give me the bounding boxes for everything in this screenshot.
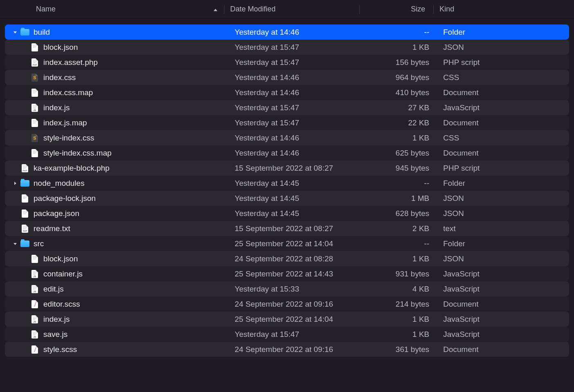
date-modified-cell: 25 September 2022 at 14:04: [229, 315, 364, 324]
date-modified-cell: Yesterday at 15:47: [229, 43, 364, 52]
folder-row[interactable]: buildYesterday at 14:46--Folder: [5, 24, 569, 40]
document-file-icon: [31, 119, 38, 127]
file-row[interactable]: ʃeditor.scss24 September 2022 at 09:1621…: [5, 296, 569, 312]
js-file-icon: JS: [31, 104, 38, 112]
file-name: index.js: [43, 103, 70, 112]
file-icon-wrapper: S: [30, 73, 39, 82]
file-row[interactable]: block.jsonYesterday at 15:471 KBJSON: [5, 40, 569, 55]
file-row[interactable]: PHPka-example-block.php15 September 2022…: [5, 160, 569, 176]
file-row[interactable]: package-lock.jsonYesterday at 14:451 MBJ…: [5, 191, 569, 206]
name-cell: src: [5, 239, 229, 248]
file-icon-wrapper: ʃ: [30, 345, 39, 354]
column-header-name[interactable]: Name: [36, 5, 224, 13]
column-header-date-label: Date Modified: [230, 5, 276, 13]
chevron-down-icon[interactable]: [11, 241, 19, 246]
folder-row[interactable]: node_modulesYesterday at 14:45--Folder: [5, 176, 569, 191]
size-cell: 410 bytes: [364, 88, 437, 97]
size-cell: 22 KB: [364, 118, 437, 127]
document-file-icon: [31, 149, 38, 157]
file-icon-wrapper: [30, 254, 39, 263]
file-name: index.js.map: [43, 118, 87, 127]
size-cell: 361 bytes: [364, 345, 437, 354]
size-cell: 2 KB: [364, 224, 437, 233]
kind-cell: Document: [437, 88, 536, 97]
date-modified-cell: 15 September 2022 at 08:27: [229, 164, 364, 173]
file-row[interactable]: PHPindex.asset.phpYesterday at 15:47156 …: [5, 55, 569, 70]
file-row[interactable]: style-index.css.mapYesterday at 14:46625…: [5, 145, 569, 160]
file-icon-wrapper: [30, 88, 39, 97]
file-icon-wrapper: [30, 118, 39, 127]
kind-cell: PHP script: [437, 58, 536, 67]
file-row[interactable]: package.jsonYesterday at 14:45628 bytesJ…: [5, 206, 569, 221]
file-name: package-lock.json: [34, 194, 96, 203]
name-cell: build: [5, 28, 229, 37]
file-row[interactable]: Sstyle-index.cssYesterday at 14:461 KBCS…: [5, 130, 569, 145]
date-modified-cell: Yesterday at 14:46: [229, 73, 364, 82]
file-row[interactable]: JSindex.jsYesterday at 15:4727 KBJavaScr…: [5, 100, 569, 115]
php-file-icon: PHP: [22, 164, 28, 172]
name-cell: PHPindex.asset.php: [5, 58, 229, 67]
file-row[interactable]: index.js.mapYesterday at 15:4722 KBDocum…: [5, 115, 569, 130]
size-cell: 625 bytes: [364, 149, 437, 158]
css-file-icon: S: [31, 74, 38, 82]
size-cell: 931 bytes: [364, 270, 437, 278]
file-icon-wrapper: PHP: [30, 58, 39, 67]
name-cell: ʃstyle.scss: [5, 345, 229, 354]
kind-cell: Document: [437, 300, 536, 309]
date-modified-cell: Yesterday at 14:46: [229, 88, 364, 97]
column-header-kind-label: Kind: [439, 5, 454, 13]
column-header-size[interactable]: Size: [360, 5, 433, 13]
date-modified-cell: 25 September 2022 at 14:43: [229, 270, 364, 278]
date-modified-cell: Yesterday at 14:46: [229, 134, 364, 143]
date-modified-cell: Yesterday at 15:47: [229, 330, 364, 339]
name-cell: JSedit.js: [5, 285, 229, 294]
file-name: readme.txt: [34, 224, 70, 233]
file-row[interactable]: JScontainer.js25 September 2022 at 14:43…: [5, 266, 569, 281]
kind-cell: Folder: [437, 179, 536, 188]
file-name: index.css.map: [43, 88, 93, 97]
file-row[interactable]: JSsave.jsYesterday at 15:471 KBJavaScrip…: [5, 327, 569, 342]
kind-cell: JavaScript: [437, 285, 536, 294]
css-file-icon: S: [31, 134, 38, 142]
document-file-icon: [31, 43, 38, 51]
file-name: block.json: [43, 254, 78, 263]
file-row[interactable]: JSedit.jsYesterday at 15:334 KBJavaScrip…: [5, 281, 569, 296]
file-icon-wrapper: TXT: [20, 224, 29, 233]
file-name: style-index.css: [43, 134, 94, 143]
date-modified-cell: Yesterday at 14:45: [229, 179, 364, 188]
kind-cell: Folder: [437, 239, 536, 248]
column-header-row: Name Date Modified Size Kind: [0, 0, 574, 19]
name-cell: JScontainer.js: [5, 270, 229, 278]
name-cell: ʃeditor.scss: [5, 300, 229, 309]
file-row[interactable]: JSindex.js25 September 2022 at 14:041 KB…: [5, 312, 569, 327]
date-modified-cell: Yesterday at 14:45: [229, 209, 364, 218]
folder-icon: [20, 180, 29, 187]
file-name: index.js: [43, 315, 70, 324]
column-header-date[interactable]: Date Modified: [224, 5, 359, 13]
column-header-kind[interactable]: Kind: [434, 5, 574, 13]
folder-row[interactable]: src25 September 2022 at 14:04--Folder: [5, 236, 569, 251]
sort-ascending-icon: [213, 7, 218, 12]
js-file-icon: JS: [31, 270, 38, 278]
file-row[interactable]: block.json24 September 2022 at 08:281 KB…: [5, 251, 569, 266]
js-file-icon: JS: [31, 285, 38, 293]
chevron-right-icon[interactable]: [11, 181, 19, 186]
file-name: index.css: [43, 73, 76, 82]
kind-cell: JavaScript: [437, 330, 536, 339]
date-modified-cell: Yesterday at 15:33: [229, 285, 364, 294]
size-cell: 4 KB: [364, 285, 437, 294]
file-row[interactable]: Sindex.cssYesterday at 14:46964 bytesCSS: [5, 70, 569, 85]
file-icon-wrapper: [20, 179, 29, 188]
file-row[interactable]: TXTreadme.txt15 September 2022 at 08:272…: [5, 221, 569, 236]
name-cell: style-index.css.map: [5, 149, 229, 158]
kind-cell: JavaScript: [437, 315, 536, 324]
scss-file-icon: ʃ: [31, 345, 38, 354]
date-modified-cell: Yesterday at 15:47: [229, 118, 364, 127]
name-cell: TXTreadme.txt: [5, 224, 229, 233]
size-cell: 214 bytes: [364, 300, 437, 309]
kind-cell: JSON: [437, 43, 536, 52]
size-cell: 1 KB: [364, 254, 437, 263]
chevron-down-icon[interactable]: [11, 30, 19, 35]
file-row[interactable]: ʃstyle.scss24 September 2022 at 09:16361…: [5, 342, 569, 357]
file-row[interactable]: index.css.mapYesterday at 14:46410 bytes…: [5, 85, 569, 100]
